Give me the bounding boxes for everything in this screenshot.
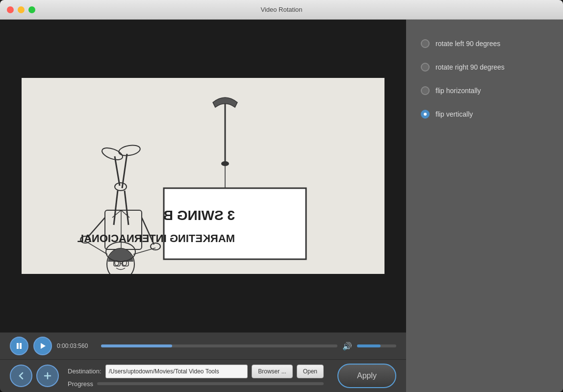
option-rotate-right[interactable]: rotate right 90 degrees [421,63,548,72]
label-flip-h: flip horizontally [435,87,481,95]
radio-rotate-right[interactable] [421,63,430,72]
svg-rect-27 [164,188,306,259]
volume-bar-fill [357,344,381,347]
playback-controls: 0:00:03:560 🔊 [0,332,406,359]
video-content-svg: 3 SWING B MARKETING INTERNACIONAL [22,78,384,274]
svg-line-9 [112,210,121,218]
playback-progress-fill [101,344,172,347]
progress-track [97,382,324,385]
window-title: Video Rotation [260,6,302,13]
option-flip-h[interactable]: flip horizontally [421,86,548,95]
svg-line-5 [114,191,118,225]
option-rotate-left[interactable]: rotate left 90 degrees [421,39,548,48]
back-button[interactable] [10,365,32,387]
destination-section: Destination: Browser ... Open Progress [63,365,324,388]
bottom-bar: Destination: Browser ... Open Progress A… [0,359,406,392]
svg-line-6 [125,191,128,225]
option-flip-v[interactable]: flip vertically [421,110,548,119]
svg-line-2 [115,156,120,186]
svg-point-25 [221,161,229,166]
progress-label: Progress [68,380,93,388]
playback-progress-bar[interactable] [101,344,337,347]
volume-icon: 🔊 [342,342,352,351]
destination-input[interactable] [105,365,248,378]
open-button[interactable]: Open [297,365,324,378]
time-display: 0:00:03:560 [57,343,96,349]
radio-flip-v[interactable] [421,110,430,119]
window-controls [7,6,35,13]
svg-line-23 [133,248,155,254]
svg-marker-32 [41,343,46,349]
svg-point-1 [118,144,141,157]
svg-point-4 [115,183,127,191]
dest-row: Destination: Browser ... Open [63,365,324,378]
svg-line-10 [121,210,129,218]
browser-button[interactable]: Browser ... [252,365,292,378]
minimize-button[interactable] [18,6,25,13]
volume-bar[interactable] [357,344,396,347]
svg-text:3 SWING B: 3 SWING B [163,208,235,223]
destination-label: Destination: [68,368,102,375]
svg-text:MARKETING INTERNACIONAL: MARKETING INTERNACIONAL [77,232,235,245]
play-button[interactable] [33,337,52,355]
app-window: Video Rotation [0,0,563,392]
label-rotate-left: rotate left 90 degrees [435,40,500,48]
apply-button[interactable]: Apply [337,364,396,388]
radio-flip-h[interactable] [421,86,430,95]
title-bar: Video Rotation [0,0,563,20]
radio-rotate-left[interactable] [421,39,430,48]
close-button[interactable] [7,6,14,13]
video-frame: 3 SWING B MARKETING INTERNACIONAL [22,78,384,274]
svg-rect-31 [20,343,22,349]
maximize-button[interactable] [28,6,35,13]
pause-button[interactable] [10,337,28,355]
label-rotate-right: rotate right 90 degrees [435,63,505,71]
label-flip-v: flip vertically [435,110,473,118]
svg-rect-30 [17,343,19,349]
content-area: 3 SWING B MARKETING INTERNACIONAL [0,20,563,392]
add-button[interactable] [36,365,59,387]
progress-row: Progress [63,380,324,388]
right-panel: rotate left 90 degrees rotate right 90 d… [406,20,563,392]
video-wrapper: 3 SWING B MARKETING INTERNACIONAL [0,20,406,332]
left-area: 3 SWING B MARKETING INTERNACIONAL [0,20,406,392]
